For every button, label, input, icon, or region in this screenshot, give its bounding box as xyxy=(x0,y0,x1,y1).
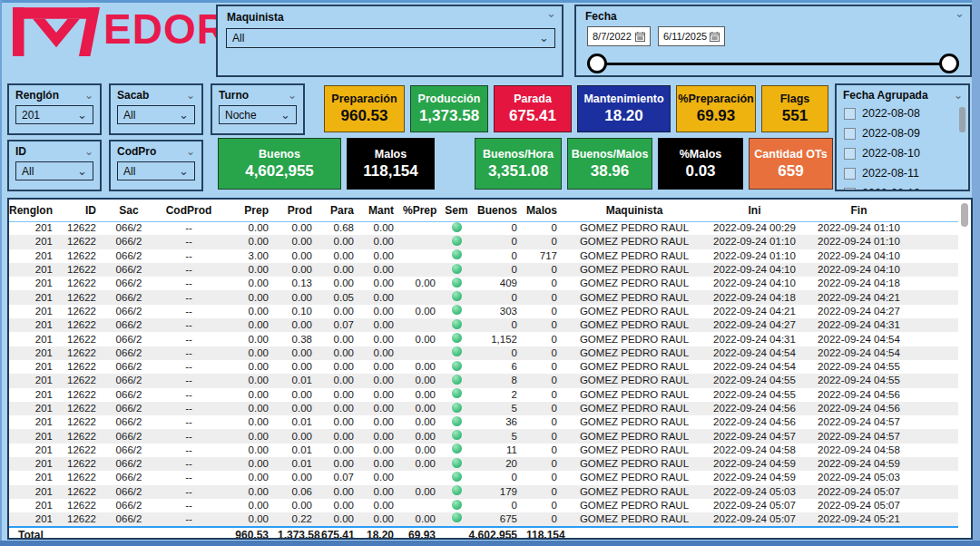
table-cell: 12622 xyxy=(62,429,105,443)
table-cell: GOMEZ PEDRO RAUL xyxy=(566,485,702,499)
table-cell: 0.00 xyxy=(225,305,278,318)
fecha-agrupada-scrollbar[interactable] xyxy=(959,107,965,132)
fecha-agrupada-item[interactable]: 2022-08-08 xyxy=(837,103,968,123)
table-cell: 2022-09-24 04:59 xyxy=(702,471,807,484)
table-row[interactable]: 20112622066/2--0.000.010.000.000.00200GO… xyxy=(9,457,958,471)
column-header-prep[interactable]: Prep xyxy=(225,200,278,221)
table-row[interactable]: 20112622066/2--0.000.010.000.000.00360GO… xyxy=(9,415,958,429)
table-row[interactable]: 20112622066/2--3.000.000.000.000717GOMEZ… xyxy=(9,249,958,263)
chevron-down-icon[interactable]: ⌄ xyxy=(955,8,965,19)
column-header-sac[interactable]: Sac xyxy=(105,200,152,221)
fecha-agrupada-item[interactable]: 2022-08-11 xyxy=(837,163,968,183)
green-semaphore-icon xyxy=(452,291,462,301)
checkbox-icon[interactable] xyxy=(844,168,856,180)
table-row[interactable]: 20112622066/2--0.000.010.000.000.00110GO… xyxy=(9,444,958,457)
table-row[interactable]: 20112622066/2--0.000.000.000.000.0060GOM… xyxy=(9,360,958,374)
table-cell: 066/2 xyxy=(105,277,152,290)
id-select[interactable]: All⌄ xyxy=(15,161,93,180)
table-row[interactable]: 20112622066/2--0.000.000.000.0000GOMEZ P… xyxy=(9,346,958,360)
column-header-malos[interactable]: Malos xyxy=(526,200,566,221)
chevron-down-icon[interactable]: ⌄ xyxy=(288,91,297,100)
table-cell: 0.00 xyxy=(363,346,403,360)
column-header-maquinista[interactable]: Maquinista xyxy=(566,200,702,221)
codpro-select[interactable]: All⌄ xyxy=(117,161,195,180)
table-row[interactable]: 20112622066/2--0.000.000.680.0000GOMEZ P… xyxy=(9,221,958,235)
table-cell: 0.00 xyxy=(321,374,363,387)
page-edge-right xyxy=(972,0,980,546)
table-row[interactable]: 20112622066/2--0.000.000.070.0000GOMEZ P… xyxy=(9,471,958,484)
renglon-select[interactable]: 201⌄ xyxy=(15,105,93,124)
table-cell: 0.00 xyxy=(403,305,445,318)
total-cell: 960.53 xyxy=(225,527,278,540)
column-header-codprod[interactable]: CodProd xyxy=(152,200,225,221)
table-cell: 0 xyxy=(526,277,566,290)
chevron-down-icon[interactable]: ⌄ xyxy=(954,91,963,100)
table-cell: 2022-09-24 05:21 xyxy=(807,512,911,526)
table-cell: GOMEZ PEDRO RAUL xyxy=(566,415,702,429)
table-row[interactable]: 20112622066/2--0.000.130.000.000.004090G… xyxy=(9,277,958,290)
column-header-para[interactable]: Para xyxy=(321,200,363,221)
table-cell: 0 xyxy=(468,221,526,235)
table-row[interactable]: 20112622066/2--0.000.100.000.000.003030G… xyxy=(9,305,958,318)
table-cell: 0 xyxy=(526,512,566,526)
table-row[interactable]: 20112622066/2--0.000.060.000.000.001790G… xyxy=(9,485,958,499)
table-row[interactable]: 20112622066/2--0.000.000.000.0000GOMEZ P… xyxy=(9,499,958,512)
column-header-mant[interactable]: Mant xyxy=(363,200,403,221)
table-cell: 066/2 xyxy=(105,249,152,263)
table-cell: 2022-09-24 05:07 xyxy=(807,499,911,512)
table-row[interactable]: 20112622066/2--0.000.000.000.000.0020GOM… xyxy=(9,388,958,402)
chevron-down-icon[interactable]: ⌄ xyxy=(546,8,556,19)
table-row[interactable]: 20112622066/2--0.000.220.000.000.006750G… xyxy=(9,512,958,526)
sacab-select[interactable]: All⌄ xyxy=(117,105,195,124)
fecha-agrupada-item[interactable]: 2022-08-10 xyxy=(837,143,968,163)
table-cell xyxy=(403,290,445,304)
table-row[interactable]: 20112622066/2--0.000.000.000.0000GOMEZ P… xyxy=(9,263,958,277)
chevron-down-icon[interactable]: ⌄ xyxy=(186,91,195,100)
turno-select[interactable]: Noche⌄ xyxy=(219,105,297,124)
checkbox-icon[interactable] xyxy=(844,188,856,192)
table-row[interactable]: 20112622066/2--0.000.000.000.000.0050GOM… xyxy=(9,402,958,415)
fecha-agrupada-item[interactable]: 2022-08-12 xyxy=(837,183,968,191)
fecha-slider-handle-start[interactable] xyxy=(587,54,607,73)
table-cell: 0.00 xyxy=(278,346,321,360)
chevron-down-icon[interactable]: ⌄ xyxy=(84,91,93,100)
table-row[interactable]: 20112622066/2--0.000.000.050.0000GOMEZ P… xyxy=(9,290,958,304)
table-row[interactable]: 20112622066/2--0.000.000.070.0000GOMEZ P… xyxy=(9,318,958,332)
column-header-renglon[interactable]: Renglon xyxy=(9,200,62,221)
checkbox-icon[interactable] xyxy=(844,148,856,160)
column-header-prod[interactable]: Prod xyxy=(278,200,321,221)
semaphore-cell xyxy=(445,332,468,346)
column-header-buenos[interactable]: Buenos xyxy=(468,200,526,221)
column-header-sem[interactable]: Sem xyxy=(445,200,468,221)
maquinista-select[interactable]: All ⌄ xyxy=(226,28,555,48)
kpi-value: 1,373.58 xyxy=(419,107,479,125)
kpi-label: %Malos xyxy=(680,148,722,161)
table-row[interactable]: 20112622066/2--0.000.000.000.0000GOMEZ P… xyxy=(9,235,958,249)
table-cell: 201 xyxy=(9,485,62,499)
fecha-agrupada-item[interactable]: 2022-08-09 xyxy=(837,123,968,143)
fecha-slicer-panel: Fecha ⌄ 8/7/2022 6/11/2025 xyxy=(574,5,972,77)
table-cell: 0 xyxy=(526,360,566,374)
chevron-down-icon[interactable]: ⌄ xyxy=(84,147,93,156)
column-header-id[interactable]: ID xyxy=(62,200,105,221)
table-row[interactable]: 20112622066/2--0.000.380.000.000.001,152… xyxy=(9,332,958,346)
checkbox-icon[interactable] xyxy=(844,108,856,120)
table-cell: 0.00 xyxy=(403,388,445,402)
fecha-slider-handle-end[interactable] xyxy=(939,54,959,73)
checkbox-icon[interactable] xyxy=(844,128,856,140)
fecha-end-input[interactable]: 6/11/2025 xyxy=(658,26,725,46)
table-cell: 066/2 xyxy=(105,263,152,277)
table-cell: -- xyxy=(152,305,225,318)
table-row[interactable]: 20112622066/2--0.000.000.000.000.0050GOM… xyxy=(9,429,958,443)
table-cell: 0.00 xyxy=(225,485,278,499)
table-cell: 201 xyxy=(9,346,62,360)
fecha-start-input[interactable]: 8/7/2022 xyxy=(587,26,651,46)
column-header--prep[interactable]: %Prep xyxy=(403,200,445,221)
table-row[interactable]: 20112622066/2--0.000.010.000.000.0080GOM… xyxy=(9,374,958,387)
table-scrollbar[interactable] xyxy=(961,203,968,227)
column-header-ini[interactable]: Ini xyxy=(702,200,807,221)
column-header-fin[interactable]: Fin xyxy=(807,200,911,221)
chevron-down-icon[interactable]: ⌄ xyxy=(186,147,195,156)
table-cell: GOMEZ PEDRO RAUL xyxy=(566,402,702,415)
table-cell: 066/2 xyxy=(105,512,152,526)
